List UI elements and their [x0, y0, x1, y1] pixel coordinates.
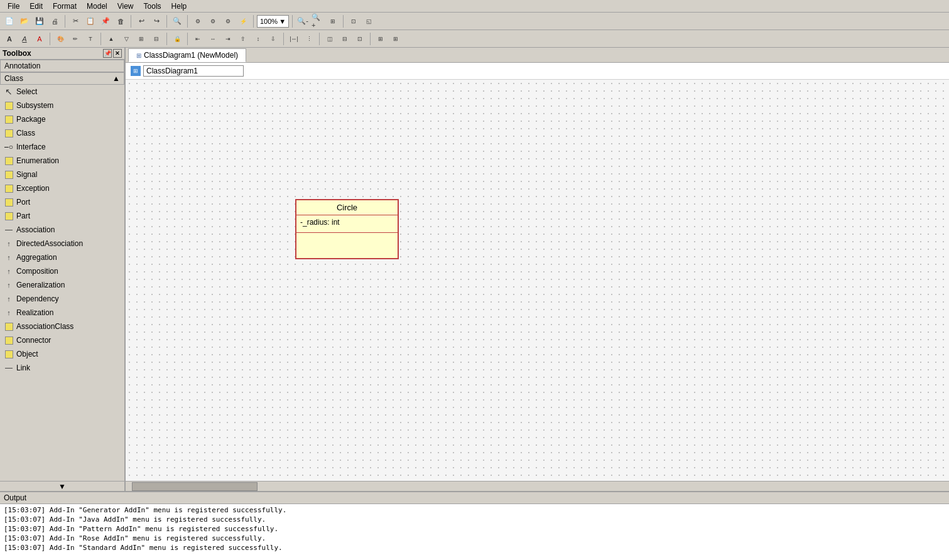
toolbox-section-annotation[interactable]: Annotation [0, 60, 124, 72]
generate-btn2[interactable]: ⚙ [206, 14, 220, 28]
scrolltrack[interactable] [126, 482, 949, 492]
cut-button[interactable]: ✂ [68, 14, 82, 28]
toolbox-item-enumeration[interactable]: Enumeration [0, 154, 124, 168]
toolbox-item-connector[interactable]: Connector [0, 333, 124, 347]
toolbox-item-exception[interactable]: Exception [0, 181, 124, 195]
align-left-button[interactable]: ⇤ [191, 32, 205, 46]
toolbox-item-link[interactable]: — Link [0, 361, 124, 375]
output-line-2: [15:03:07] Add-In "Java AddIn" menu is r… [4, 515, 945, 524]
line-color-button[interactable]: ✏ [68, 32, 82, 46]
menu-tools[interactable]: Tools [139, 2, 166, 11]
fit-button[interactable]: ⊞ [326, 14, 340, 28]
select-icon: ↖ [4, 87, 14, 97]
generate-btn1[interactable]: ⚙ [191, 14, 205, 28]
toolbox-item-realization[interactable]: ↑ Realization [0, 306, 124, 320]
select2-button[interactable]: ◱ [362, 14, 376, 28]
ungroup-button[interactable]: ⊟ [149, 32, 163, 46]
align-right-button[interactable]: ⇥ [221, 32, 235, 46]
uml-class-circle[interactable]: Circle -_radius: int [295, 199, 399, 259]
menu-model[interactable]: Model [82, 2, 112, 11]
toolbox-section-class[interactable]: Class ▲ [0, 72, 124, 85]
diagram-name-input[interactable] [143, 65, 244, 77]
align-top-button[interactable]: ⇧ [236, 32, 250, 46]
toolbox-item-dependency[interactable]: ↑ Dependency [0, 292, 124, 306]
diagram-canvas[interactable]: Circle -_radius: int [126, 80, 949, 481]
diagram-horizontal-scrollbar[interactable] [126, 481, 949, 491]
menu-edit[interactable]: Edit [24, 2, 48, 11]
save-button[interactable]: 💾 [33, 14, 46, 28]
text-underline-button[interactable]: A [33, 32, 46, 46]
lock-button[interactable]: 🔒 [170, 32, 184, 46]
distribute-h-button[interactable]: |↔| [287, 32, 301, 46]
output-header: Output [0, 492, 949, 504]
toolbox-item-directed-association[interactable]: ↑ DirectedAssociation [0, 237, 124, 250]
select-all-button[interactable]: ⊡ [347, 14, 361, 28]
uml-class-title: Circle [296, 200, 398, 215]
text-color-button[interactable]: T [84, 32, 97, 46]
diagram-tab-active[interactable]: ⊞ ClassDiagram1 (NewModel) [128, 48, 246, 62]
toolbox-item-interface[interactable]: –○ Interface [0, 140, 124, 154]
align-middle-button[interactable]: ↕ [251, 32, 265, 46]
open-button[interactable]: 📂 [18, 14, 31, 28]
subsystem-icon [4, 100, 14, 110]
paste-button[interactable]: 📌 [99, 14, 112, 28]
snap-button[interactable]: ⊞ [374, 32, 388, 46]
toolbox-pin-button[interactable]: 📌 [103, 49, 112, 58]
grid-button[interactable]: ⊞ [389, 32, 403, 46]
toolbox-item-object[interactable]: Object [0, 347, 124, 361]
send-back-button[interactable]: ▽ [119, 32, 133, 46]
toolbox-item-part[interactable]: Part [0, 209, 124, 223]
group-button[interactable]: ⊞ [134, 32, 148, 46]
delete-button[interactable]: 🗑 [114, 14, 127, 28]
toolbox-item-class[interactable]: Class [0, 126, 124, 140]
redo-button[interactable]: ↪ [149, 14, 163, 28]
toolbox-item-association-class[interactable]: AssociationClass [0, 320, 124, 333]
toolbox-item-composition[interactable]: ↑ Composition [0, 264, 124, 278]
diagram-tab-label: ClassDiagram1 (NewModel) [144, 51, 238, 60]
port-icon [4, 197, 14, 207]
zoom-out-button[interactable]: 🔍- [296, 14, 310, 28]
menu-help[interactable]: Help [166, 2, 192, 11]
output-line-1: [15:03:07] Add-In "Generator AddIn" menu… [4, 505, 945, 515]
fill-color-button[interactable]: 🎨 [53, 32, 67, 46]
menu-format[interactable]: Format [48, 2, 82, 11]
toolbox-item-signal[interactable]: Signal [0, 168, 124, 181]
toolbox-scroll-down[interactable]: ▼ [0, 481, 124, 491]
text-italic-button[interactable]: A [18, 32, 31, 46]
align-bottom-button[interactable]: ⇩ [266, 32, 280, 46]
same-size-button[interactable]: ⊡ [353, 32, 367, 46]
scrollthumb[interactable] [132, 482, 258, 491]
distribute-v-button[interactable]: ⋮ [302, 32, 316, 46]
copy-button[interactable]: 📋 [84, 14, 97, 28]
align-center-button[interactable]: ↔ [206, 32, 220, 46]
new-button[interactable]: 📄 [3, 14, 16, 28]
toolbox-item-generalization[interactable]: ↑ Generalization [0, 278, 124, 292]
same-height-button[interactable]: ⊟ [338, 32, 352, 46]
sep7 [343, 15, 344, 28]
print-button[interactable]: 🖨 [48, 14, 62, 28]
zoom-dropdown-icon[interactable]: ▼ [279, 18, 286, 25]
undo-button[interactable]: ↩ [134, 14, 148, 28]
toolbox-item-package[interactable]: Package [0, 112, 124, 126]
toolbox-item-aggregation[interactable]: ↑ Aggregation [0, 250, 124, 264]
toolbox-item-association[interactable]: — Association [0, 223, 124, 237]
sep5 [253, 15, 254, 28]
dependency-icon: ↑ [4, 294, 14, 304]
toolbox-header: Toolbox 📌 ✕ [0, 48, 124, 60]
zoom-in-button[interactable]: 🔍+ [311, 14, 325, 28]
find-button[interactable]: 🔍 [170, 14, 184, 28]
menu-file[interactable]: File [3, 2, 24, 11]
toolbox-item-port[interactable]: Port [0, 195, 124, 209]
toolbox-item-subsystem[interactable]: Subsystem [0, 99, 124, 112]
composition-icon: ↑ [4, 266, 14, 276]
bring-front-button[interactable]: ▲ [104, 32, 118, 46]
text-bold-button[interactable]: A [3, 32, 16, 46]
toolbox-item-select[interactable]: ↖ Select [0, 85, 124, 99]
tsep4 [187, 33, 188, 45]
menu-view[interactable]: View [112, 2, 139, 11]
enumeration-icon [4, 156, 14, 166]
same-width-button[interactable]: ◫ [323, 32, 337, 46]
toolbox-close-button[interactable]: ✕ [113, 49, 122, 58]
generate-btn3[interactable]: ⚙ [221, 14, 235, 28]
generate-btn4[interactable]: ⚡ [236, 14, 250, 28]
